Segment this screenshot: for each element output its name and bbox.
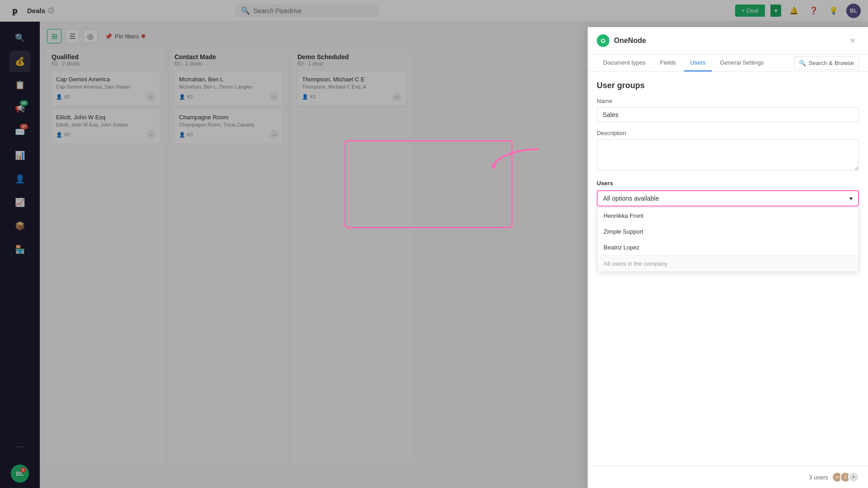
tab-document-types[interactable]: Document types [597, 55, 652, 71]
modal-body: User groups Name Description Users All o… [588, 72, 868, 466]
users-dropdown[interactable]: All options available ▾ [597, 190, 859, 206]
tab-general-settings[interactable]: General Settings [714, 55, 770, 71]
dropdown-item-zimple[interactable]: Zimple Support [597, 224, 859, 239]
modal-header: O OneNode × [588, 27, 868, 55]
dropdown-item-beatriz[interactable]: Beatriz Lopez [597, 239, 859, 255]
dropdown-all-users-footer: All users in the company [597, 255, 859, 272]
description-field-group: Description [597, 130, 859, 173]
tab-users[interactable]: Users [684, 55, 712, 71]
modal-tabs: Document types Fields Users General Sett… [588, 55, 868, 72]
search-browse-button[interactable]: 🔍 Search & Browse [794, 56, 859, 70]
name-label: Name [597, 98, 859, 104]
modal-logo: O [597, 34, 609, 47]
name-field-group: Name [597, 98, 859, 122]
name-input[interactable] [597, 107, 859, 122]
modal-close-button[interactable]: × [846, 34, 859, 47]
tab-fields[interactable]: Fields [654, 55, 682, 71]
dropdown-item-henriikka[interactable]: Henriikka Front [597, 208, 859, 224]
user-avatar-add[interactable]: + [848, 472, 859, 483]
users-count: 3 users H Z + [809, 472, 859, 483]
users-section-label: Users [597, 180, 859, 187]
modal-title: OneNode [614, 37, 842, 45]
modal-footer: 3 users H Z + [588, 466, 868, 488]
user-avatars-list: H Z + [832, 472, 859, 483]
users-field-group: Users All options available ▾ Henriikka … [597, 180, 859, 206]
users-dropdown-list: Henriikka Front Zimple Support Beatriz L… [597, 207, 859, 272]
description-textarea[interactable] [597, 139, 859, 171]
description-label: Description [597, 130, 859, 136]
search-icon: 🔍 [799, 60, 806, 66]
section-title: User groups [597, 81, 859, 90]
onenode-modal: O OneNode × Document types Fields Users … [588, 27, 868, 488]
users-dropdown-container: All options available ▾ Henriikka Front … [597, 190, 859, 206]
chevron-down-icon: ▾ [849, 195, 853, 202]
